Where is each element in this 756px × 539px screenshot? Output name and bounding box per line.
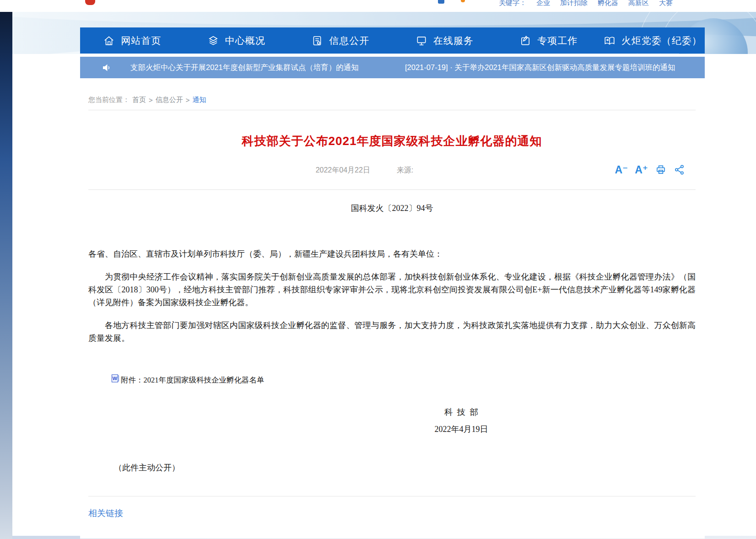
breadcrumb-separator: > [149, 96, 153, 104]
keyword-link-gaoxinqu[interactable]: 高新区 [628, 0, 649, 7]
font-increase-button[interactable]: A⁺ [635, 165, 648, 175]
pen-icon [519, 35, 531, 47]
monitor-icon [416, 35, 427, 47]
nav-item-label: 中心概况 [225, 34, 265, 47]
breadcrumb-info-disclosure[interactable]: 信息公开 [156, 96, 183, 104]
nav-item-overview[interactable]: 中心概况 [184, 27, 289, 54]
keyword-link-dasai[interactable]: 大赛 [659, 0, 673, 7]
book-icon [604, 35, 616, 47]
related-links-title[interactable]: 相关链接 [88, 507, 123, 519]
nav-item-label: 信息公开 [329, 34, 369, 47]
home-icon [103, 35, 115, 47]
announcement-link-left[interactable]: 支部火炬中心关于开展2021年度创新型产业集群试点（培育）的通知 [130, 63, 359, 73]
nav-item-label: 火炬党委（纪委） [621, 34, 702, 47]
breadcrumb-home[interactable]: 首页 [132, 96, 146, 104]
site-logo-fragment [85, 0, 95, 5]
keyword-link-fuhuaqi[interactable]: 孵化器 [598, 0, 618, 7]
nav-item-info-disclosure[interactable]: 信息公开 [288, 27, 393, 54]
nav-item-label: 网站首页 [121, 34, 161, 47]
printer-icon[interactable] [655, 164, 667, 176]
doc-number: 国科发火〔2022〕94号 [88, 202, 696, 215]
decor-fragment [438, 0, 444, 4]
content-area: 您当前位置： 首页 > 信息公开 > 通知 科技部关于公布2021年度国家级科技… [80, 78, 705, 539]
attachment-row: W 附件：2021年度国家级科技企业孵化器名单 [111, 374, 696, 387]
word-doc-icon[interactable]: W [111, 374, 119, 387]
decor-dot [461, 0, 465, 2]
publish-date: 2022年04月22日 [316, 166, 370, 175]
layers-icon [207, 35, 219, 47]
public-disclosure-note: （此件主动公开） [114, 461, 696, 474]
article-meta: 2022年04月22日 来源: A⁻ A⁺ [88, 166, 696, 180]
divider [88, 496, 696, 496]
nav-item-online-service[interactable]: 在线服务 [393, 27, 497, 54]
announcement-link-right[interactable]: [2021-07-19] · 关于举办2021年国家高新区创新驱动高质量发展专题… [405, 63, 675, 73]
nav-item-home[interactable]: 网站首页 [80, 27, 184, 54]
keywords-bar: 关键字： 企业 加计扣除 孵化器 高新区 大赛 [499, 0, 673, 7]
attachment-link[interactable]: 附件：2021年度国家级科技企业孵化器名单 [121, 374, 265, 387]
divider [88, 110, 696, 110]
share-icon[interactable] [674, 164, 686, 176]
breadcrumb: 您当前位置： 首页 > 信息公开 > 通知 [88, 96, 696, 104]
article-tools: A⁻ A⁺ [615, 164, 686, 176]
salutation: 各省、自治区、直辖市及计划单列市科技厅（委、局），新疆生产建设兵团科技局，各有关… [88, 248, 696, 260]
breadcrumb-separator: > [186, 96, 190, 104]
breadcrumb-notice[interactable]: 通知 [193, 96, 206, 104]
keyword-link-qiye[interactable]: 企业 [536, 0, 550, 7]
divider [88, 189, 696, 190]
source-label: 来源: [397, 166, 413, 175]
paragraph-1: 为贯彻中央经济工作会议精神，落实国务院关于创新创业高质量发展的总体部署，加快科技… [88, 270, 696, 309]
breadcrumb-prefix: 您当前位置： [88, 96, 130, 104]
nav-item-party-committee[interactable]: 火炬党委（纪委） [601, 27, 705, 54]
keywords-label: 关键字： [499, 0, 526, 7]
announcement-bar: 支部火炬中心关于开展2021年度创新型产业集群试点（培育）的通知 [2021-0… [80, 57, 705, 78]
svg-text:W: W [113, 376, 118, 381]
nav-item-label: 专项工作 [537, 34, 578, 47]
keyword-link-jiajikouchu[interactable]: 加计扣除 [560, 0, 588, 7]
page-title: 科技部关于公布2021年度国家级科技企业孵化器的通知 [88, 133, 696, 149]
document-icon [311, 35, 323, 47]
left-decor-strip [0, 12, 12, 539]
sign-date: 2022年4月19日 [406, 423, 516, 436]
main-nav: 网站首页 中心概况 信息公开 在线服务 专项工作 [80, 27, 705, 54]
font-decrease-button[interactable]: A⁻ [615, 165, 628, 175]
signature-block: 科 技 部 2022年4月19日 [406, 406, 516, 436]
speaker-icon [101, 62, 112, 73]
signer: 科 技 部 [406, 406, 516, 419]
nav-item-label: 在线服务 [433, 34, 474, 47]
article-body: 国科发火〔2022〕94号 各省、自治区、直辖市及计划单列市科技厅（委、局），新… [88, 202, 696, 474]
nav-item-special-work[interactable]: 专项工作 [497, 27, 601, 54]
paragraph-2: 各地方科技主管部门要加强对辖区内国家级科技企业孵化器的监督、管理与服务，加大支持… [88, 319, 696, 345]
top-strip: 关键字： 企业 加计扣除 孵化器 高新区 大赛 [0, 0, 756, 12]
